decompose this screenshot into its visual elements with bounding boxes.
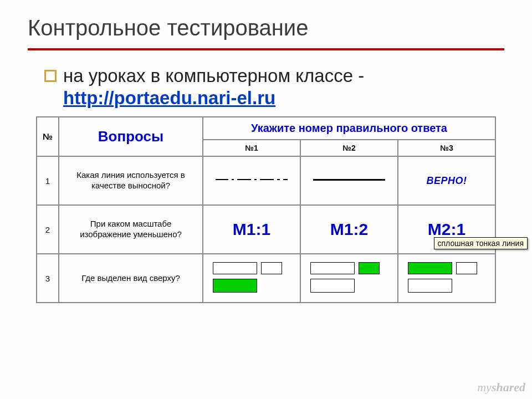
bullet-lead: на уроках в компьютерном классе - — [63, 65, 364, 86]
watermark-bold: shared — [492, 380, 525, 394]
slide-title: Контрольное тестирование — [0, 0, 532, 48]
row-number: 3 — [37, 254, 59, 303]
portal-link[interactable]: http://portaedu.nari-el.ru — [63, 88, 275, 108]
answer-1-3[interactable]: ВЕРНО! — [398, 156, 495, 205]
answer-1-1[interactable] — [203, 156, 300, 205]
square-bullet-icon — [44, 70, 57, 82]
ortho-views-icon — [308, 261, 391, 295]
answer-1-2[interactable] — [300, 156, 398, 205]
row-number: 2 — [37, 205, 59, 254]
ortho-views-icon — [405, 261, 488, 295]
question-text: Какая линия используется в качестве выно… — [59, 156, 203, 205]
bullet-item: на уроках в компьютерном классе - http:/… — [44, 65, 488, 109]
question-text: При каком масштабе изображение уменьшено… — [59, 205, 203, 254]
answer-3-2[interactable] — [300, 254, 398, 303]
table-row: 1 Какая линия используется в качестве вы… — [37, 156, 495, 205]
scale-value: М2:1 — [428, 220, 466, 238]
table-row: 2 При каком масштабе изображение уменьше… — [37, 205, 495, 254]
table-row: 3 Где выделен вид сверху? — [37, 254, 495, 303]
col-number-header: № — [37, 117, 59, 156]
answer-3-1[interactable] — [203, 254, 300, 303]
questions-header: Вопросы — [59, 117, 203, 156]
answer-label-3: №3 — [398, 140, 495, 156]
instruction-header: Укажите номер правильного ответа — [203, 117, 495, 140]
watermark: myshared — [477, 380, 525, 395]
solid-line-icon — [313, 174, 385, 185]
tooltip: сплошная тонкая линия — [434, 237, 528, 249]
answer-label-1: №1 — [203, 140, 300, 156]
bullet-text: на уроках в компьютерном классе - http:/… — [63, 65, 364, 109]
watermark-plain: my — [477, 380, 492, 394]
title-underline — [28, 48, 504, 50]
answer-2-1[interactable]: М1:1 — [203, 205, 300, 254]
ortho-views-icon — [210, 261, 293, 295]
answer-label-2: №2 — [300, 140, 398, 156]
quiz-table: № Вопросы Укажите номер правильного отве… — [36, 116, 496, 303]
question-text: Где выделен вид сверху? — [59, 254, 203, 303]
answer-2-2[interactable]: М1:2 — [300, 205, 398, 254]
row-number: 1 — [37, 156, 59, 205]
answer-3-3[interactable] — [398, 254, 495, 303]
correct-label: ВЕРНО! — [426, 175, 467, 186]
scale-value: М1:1 — [233, 220, 270, 238]
dash-dot-line-icon — [216, 174, 288, 185]
scale-value: М1:2 — [330, 220, 368, 238]
